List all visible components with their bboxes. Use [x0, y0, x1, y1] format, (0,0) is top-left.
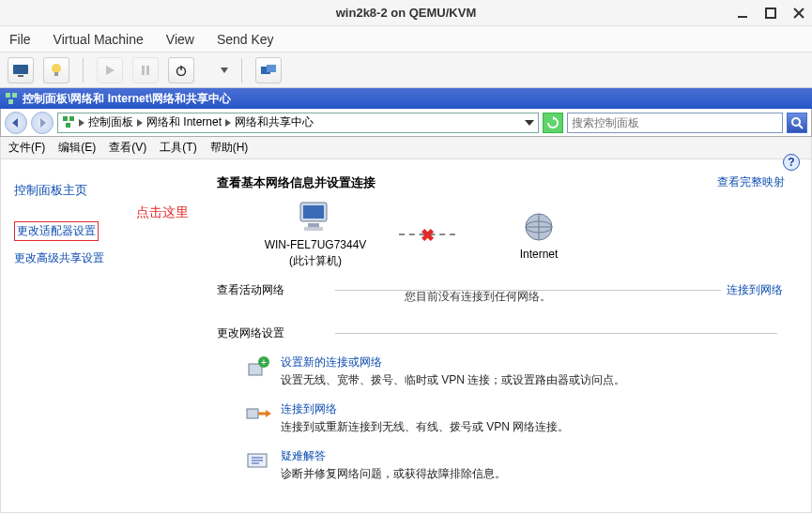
- connect-network-icon: [245, 401, 271, 428]
- connect-to-network-link[interactable]: 连接到网络: [727, 282, 783, 298]
- arrow-left-icon: [10, 117, 22, 128]
- connection-line: ✖: [399, 234, 455, 235]
- content-area: 控制面板主页 点击这里 更改适配器设置 更改高级共享设置 ? 查看基本网络信息并…: [0, 159, 812, 513]
- change-settings-section: 更改网络设置: [217, 325, 783, 341]
- search-button[interactable]: [787, 113, 807, 133]
- main-panel: ? 查看基本网络信息并设置连接 查看完整映射 WIN-FEL7UG7344V (…: [207, 159, 811, 512]
- chevron-right-icon: [137, 119, 143, 127]
- menu-file[interactable]: 文件(F): [8, 140, 45, 156]
- chevron-down-icon: [221, 64, 228, 77]
- forward-button[interactable]: [31, 112, 54, 134]
- troubleshoot-icon: [245, 448, 271, 475]
- disconnected-icon: ✖: [421, 225, 435, 246]
- change-settings-label: 更改网络设置: [217, 325, 329, 341]
- menu-tools[interactable]: 工具(T): [160, 140, 196, 156]
- addr-dropdown[interactable]: [525, 118, 534, 128]
- svg-point-26: [792, 118, 800, 126]
- screens-icon: [260, 64, 277, 77]
- maximize-button[interactable]: [763, 6, 778, 21]
- svg-rect-7: [54, 72, 58, 76]
- task-connect-network-desc: 连接到或重新连接到无线、有线、拨号或 VPN 网络连接。: [281, 419, 569, 435]
- active-networks-label: 查看活动网络: [217, 282, 329, 298]
- snapshot-button[interactable]: [255, 57, 282, 83]
- computer-icon: [295, 199, 336, 236]
- monitor-icon: [12, 64, 29, 77]
- task-troubleshoot-desc: 诊断并修复网络问题，或获得故障排除信息。: [281, 466, 506, 482]
- minimize-button[interactable]: [735, 6, 750, 21]
- pause-button: [132, 57, 159, 83]
- chevron-right-icon: [79, 119, 84, 127]
- this-computer-node: WIN-FEL7UG7344V (此计算机): [254, 199, 376, 269]
- menu-file[interactable]: File: [6, 30, 35, 49]
- svg-point-6: [52, 64, 61, 73]
- chevron-right-icon: [225, 119, 231, 127]
- svg-marker-19: [12, 118, 18, 128]
- vm-toolbar: [0, 53, 812, 88]
- close-button[interactable]: [791, 6, 806, 21]
- menu-edit[interactable]: 编辑(E): [58, 140, 96, 156]
- arrow-right-icon: [37, 117, 48, 128]
- shutdown-button[interactable]: [168, 57, 194, 83]
- help-icon[interactable]: ?: [783, 154, 800, 171]
- search-box[interactable]: [567, 113, 783, 133]
- task-connect-network: 连接到网络 连接到或重新连接到无线、有线、拨号或 VPN 网络连接。: [245, 401, 783, 435]
- refresh-button[interactable]: [543, 113, 563, 133]
- task-connect-network-link[interactable]: 连接到网络: [281, 401, 569, 417]
- task-troubleshoot: 疑难解答 诊断并修复网络问题，或获得故障排除信息。: [245, 448, 783, 482]
- menu-virtual-machine[interactable]: Virtual Machine: [50, 30, 147, 49]
- details-button[interactable]: [43, 57, 69, 83]
- main-heading: 查看基本网络信息并设置连接: [217, 174, 783, 191]
- globe-icon: [520, 208, 558, 246]
- vm-window-title: win2k8-2 on QEMU/KVM: [336, 6, 477, 20]
- breadcrumb-control-panel[interactable]: 控制面板: [86, 114, 135, 130]
- window-menubar: 文件(F) 编辑(E) 查看(V) 工具(T) 帮助(H): [0, 137, 812, 159]
- internet-node: Internet: [478, 208, 600, 261]
- network-center-icon: [4, 91, 19, 106]
- computer-sub: (此计算机): [289, 253, 342, 269]
- menu-help[interactable]: 帮助(H): [210, 140, 249, 156]
- task-troubleshoot-link[interactable]: 疑难解答: [281, 448, 506, 464]
- svg-rect-1: [766, 8, 775, 18]
- power-icon: [176, 65, 187, 76]
- svg-rect-21: [63, 116, 68, 121]
- svg-marker-8: [106, 66, 115, 75]
- network-map: WIN-FEL7UG7344V (此计算机) ✖ Internet: [254, 199, 783, 269]
- lightbulb-icon: [49, 63, 64, 78]
- full-map-link[interactable]: 查看完整映射: [717, 174, 785, 190]
- setup-connection-icon: +: [245, 355, 271, 381]
- toolbar-divider: [83, 58, 84, 83]
- breadcrumb-sharing-center[interactable]: 网络和共享中心: [233, 114, 315, 130]
- svg-marker-20: [40, 118, 46, 128]
- section-divider: [335, 333, 777, 334]
- sidebar-home-link[interactable]: 控制面板主页: [14, 182, 87, 199]
- address-bar[interactable]: 控制面板 网络和 Internet 网络和共享中心: [57, 113, 539, 133]
- svg-text:+: +: [261, 357, 267, 368]
- sidebar-adapter-settings-link[interactable]: 更改适配器设置: [17, 223, 96, 239]
- menu-view[interactable]: View: [162, 30, 198, 49]
- svg-rect-30: [308, 223, 319, 227]
- search-icon: [790, 116, 804, 129]
- annotation-highlight-box: 更改适配器设置: [14, 221, 99, 241]
- annotation-text: 点击这里: [136, 204, 189, 219]
- breadcrumb-network-internet[interactable]: 网络和 Internet: [145, 114, 223, 130]
- window-titlebar: 控制面板\网络和 Internet\网络和共享中心: [0, 88, 812, 109]
- toolbar-divider: [241, 58, 242, 83]
- menu-send-key[interactable]: Send Key: [213, 30, 278, 49]
- console-button[interactable]: [8, 57, 34, 83]
- back-button[interactable]: [5, 112, 27, 134]
- run-button: [97, 57, 123, 83]
- svg-rect-23: [66, 123, 70, 128]
- pause-icon: [140, 65, 151, 76]
- svg-rect-29: [303, 205, 324, 219]
- svg-rect-17: [12, 93, 17, 98]
- sidebar-advanced-sharing-link[interactable]: 更改高级共享设置: [14, 250, 194, 266]
- sidebar: 控制面板主页 点击这里 更改适配器设置 更改高级共享设置: [1, 159, 207, 512]
- menu-view[interactable]: 查看(V): [109, 140, 146, 156]
- svg-rect-9: [142, 66, 145, 75]
- svg-rect-5: [18, 75, 23, 77]
- search-input[interactable]: [568, 116, 782, 129]
- svg-rect-31: [304, 227, 323, 231]
- svg-marker-40: [266, 410, 271, 417]
- play-icon: [104, 65, 115, 76]
- task-setup-connection-link[interactable]: 设置新的连接或网络: [281, 355, 625, 370]
